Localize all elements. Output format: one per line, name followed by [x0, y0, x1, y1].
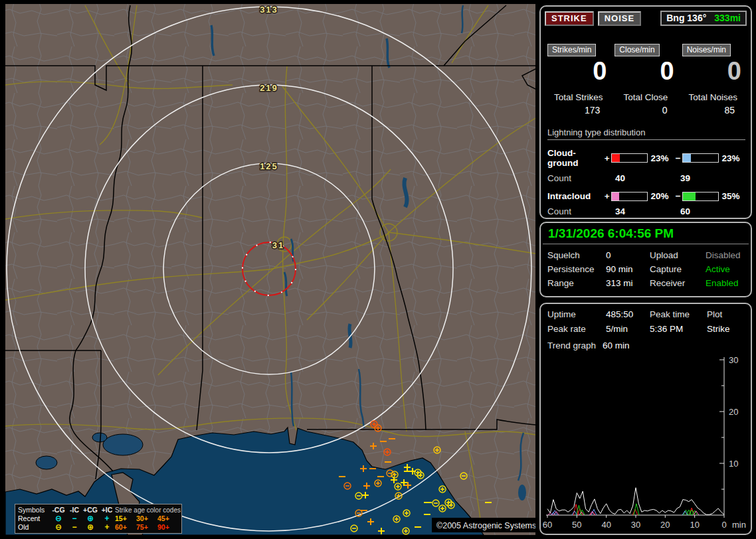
intracloud-count-row: Count 34 60 — [547, 206, 745, 216]
total-close-label: Total Close — [614, 92, 676, 102]
cg-minus-bar — [682, 153, 718, 163]
uptime-grid: Uptime 485:50 Peak time Plot Peak rate 5… — [541, 304, 751, 334]
squelch-value: 0 — [606, 250, 650, 260]
strike-stats-panel: STRIKE NOISE Bng 136° 333mi Strikes/min … — [539, 5, 752, 219]
cloud-ground-count-row: Count 40 39 — [547, 173, 745, 183]
total-close-value: 0 — [614, 105, 676, 116]
legend-symbol-icon: − — [67, 523, 82, 532]
trend-y-tick-label: 20 — [729, 407, 738, 417]
close-per-min-badge: Close/min — [614, 44, 659, 56]
copyright-text: ©2005 Astrogenic Systems — [436, 521, 535, 530]
minus-sign: − — [674, 153, 682, 163]
strike-lamp[interactable]: STRIKE — [545, 11, 594, 26]
capture-label: Capture — [650, 264, 706, 274]
trend-graph-label-row: Trend graph 60 min — [541, 334, 751, 350]
close-rate-value: 0 — [614, 58, 676, 84]
ring-distance-label: 125 — [260, 161, 278, 171]
strike-age-code: 15+ — [115, 514, 136, 523]
uptime-label: Uptime — [547, 309, 606, 319]
legend-row-recent: Recent⊖−⊕+15+30+45+ — [18, 514, 179, 523]
lightning-map[interactable]: 31321912531 ©2005 Astrogenic Systems Sym… — [5, 4, 535, 535]
trend-x-tick-label: 30 — [631, 520, 640, 530]
map-canvas[interactable]: 31321912531 ©2005 Astrogenic Systems — [5, 4, 535, 535]
peak-rate-label: Peak rate — [547, 324, 606, 334]
trend-x-axis-unit: min — [732, 520, 746, 530]
uptime-value: 485:50 — [606, 309, 650, 319]
plot-label: Plot — [707, 309, 744, 319]
receiver-label: Receiver — [650, 278, 706, 288]
upload-status: Disabled — [706, 250, 744, 260]
ic-plus-bar-fill — [612, 193, 618, 200]
cg-minus-bar-fill — [683, 154, 691, 162]
noises-rate-value: 0 — [682, 58, 744, 84]
legend-symbol-icon: ⊖ — [50, 523, 67, 532]
peak-time-label: Peak time — [650, 309, 707, 319]
squelch-label: Squelch — [547, 250, 606, 260]
lake-maurepas — [92, 433, 107, 442]
cloud-ground-label: Cloud-ground — [547, 148, 603, 168]
persistence-value: 90 min — [606, 264, 650, 274]
cg-minus-count: 39 — [680, 173, 745, 183]
legend-symbols-label: Symbols — [18, 506, 50, 514]
close-counter: Close/min 0 Total Close 0 — [612, 43, 679, 116]
lightning-distribution: Lightning type distribution Cloud-ground… — [547, 127, 745, 216]
total-strikes-value: 173 — [547, 105, 609, 116]
legend-row-label: Old — [18, 523, 50, 532]
lake-west — [36, 456, 57, 469]
ic-plus-bar — [611, 192, 647, 201]
ic-plus-count: 34 — [615, 206, 680, 216]
strike-age-code: 90+ — [157, 523, 179, 532]
trend-x-tick-label: 0 — [721, 520, 726, 530]
plus-sign: + — [603, 153, 611, 163]
strike-age-code: 45+ — [157, 514, 179, 523]
minus-sign: − — [674, 191, 682, 201]
peak-time-value: 5:36 PM — [650, 324, 707, 334]
strike-age-code: 30+ — [136, 514, 157, 523]
trend-x-tick-label: 10 — [690, 520, 699, 530]
legend-age-title: Strike age color codes — [115, 506, 179, 514]
legend-row-old: Old⊖−⊕+60+75+90+ — [18, 523, 179, 532]
peak-rate-value: 5/min — [606, 324, 650, 334]
legend-rows: Recent⊖−⊕+15+30+45+Old⊖−⊕+60+75+90+ — [18, 514, 179, 532]
plot-value: Strike — [707, 324, 744, 334]
count-label: Count — [547, 206, 615, 216]
intracloud-row: Intracloud + 20% − 35% — [547, 191, 745, 201]
ic-minus-percent: 35% — [722, 191, 745, 201]
persistence-label: Persistence — [547, 264, 606, 274]
ic-minus-bar-fill — [683, 193, 695, 200]
upload-label: Upload — [650, 250, 706, 260]
total-noises-value: 85 — [682, 105, 744, 116]
plus-sign: + — [603, 191, 611, 201]
strike-age-code: 75+ — [136, 523, 157, 532]
bearing-value: Bng 136° — [666, 13, 706, 23]
legend-symbol-icon: + — [99, 523, 115, 532]
range-value: 313 mi — [606, 278, 650, 288]
trend-x-tick-label: 20 — [660, 520, 670, 530]
intracloud-label: Intracloud — [547, 191, 603, 201]
strikes-rate-value: 0 — [547, 58, 609, 84]
cg-plus-count: 40 — [615, 173, 680, 183]
ic-minus-count: 60 — [680, 206, 745, 216]
count-label: Count — [547, 173, 615, 183]
strikes-per-min-badge: Strikes/min — [547, 44, 596, 56]
lamp-row: STRIKE NOISE Bng 136° 333mi — [545, 11, 747, 26]
trend-period-value: 60 min — [603, 341, 630, 350]
app-window: { "map": { "copyright": "©2005 Astrogeni… — [0, 0, 756, 539]
range-label: Range — [547, 278, 606, 288]
legend-row-label: Recent — [18, 514, 50, 523]
trend-y-tick-label: 10 — [729, 459, 738, 469]
bearing-readout: Bng 136° 333mi — [660, 11, 747, 26]
trend-x-tick-label: 40 — [601, 520, 611, 530]
ic-plus-percent: 20% — [651, 191, 674, 201]
ring-distance-label: 31 — [272, 240, 284, 250]
system-status-panel: 1/31/2026 6:04:56 PM Squelch 0 Upload Di… — [539, 222, 752, 297]
status-grid: Squelch 0 Upload Disabled Persistence 90… — [541, 244, 751, 294]
trend-x-tick-label: 50 — [572, 520, 581, 530]
noise-lamp[interactable]: NOISE — [598, 11, 641, 26]
trend-graph: 1020306050403020100min — [541, 353, 751, 532]
noises-counter: Noises/min 0 Total Noises 85 — [680, 43, 747, 116]
lake-pontchartrain — [103, 434, 143, 455]
trend-x-tick-label: 60 — [543, 520, 552, 530]
bearing-range-value: 333mi — [714, 13, 741, 23]
ic-minus-bar — [682, 192, 718, 201]
